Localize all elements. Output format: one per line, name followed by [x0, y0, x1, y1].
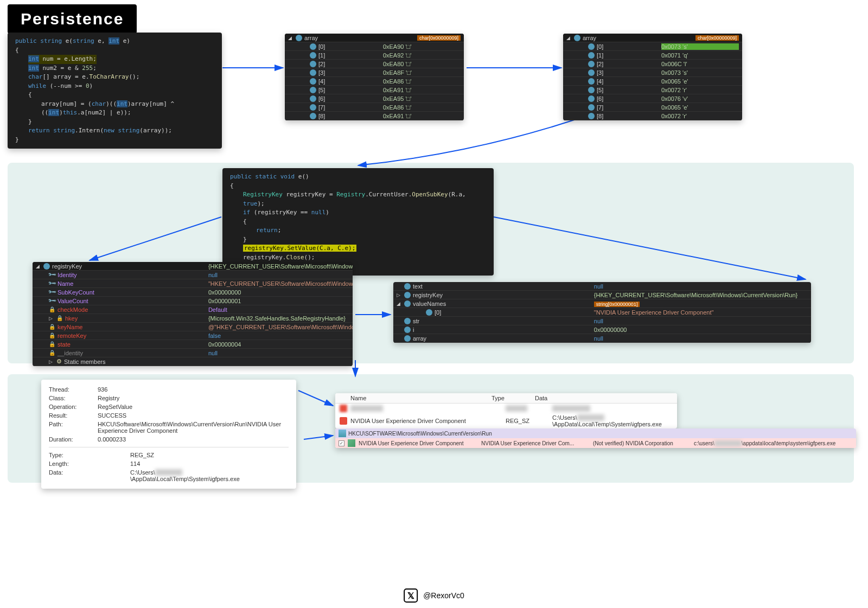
code-panel-decrypt: public string e(string e, int e) { int n… — [8, 33, 222, 149]
procmon-event: Thread:936 Class:Registry Operation:RegS… — [41, 380, 296, 489]
autoruns-view: HKCU\SOFTWARE\Microsoft\Windows\CurrentV… — [335, 428, 856, 448]
x-logo-icon: 𝕏 — [404, 588, 418, 603]
page-title: Persistence — [8, 4, 137, 34]
regedit-view: Name Type Data x x x NVIDIA User Experie… — [335, 393, 677, 428]
watch-array-encrypted: ◢arraychar[0x00000009] [0]0xEA90 '□'[1]0… — [285, 34, 464, 120]
footer-credit: 𝕏 @RexorVc0 — [404, 588, 464, 603]
watch-registrykey: ◢registryKey{HKEY_CURRENT_USER\Software\… — [33, 262, 353, 366]
autorun-entry-icon — [348, 439, 355, 447]
code-panel-registry: public static void e() { RegistryKey reg… — [222, 168, 494, 276]
watch-array-decrypted: ◢arraychar[0x00000009] [0]0x0073 's'[1]0… — [563, 34, 742, 120]
reg-string-icon — [340, 417, 347, 425]
registry-icon — [339, 430, 346, 437]
watch-valuenames: textnull▷registryKey{HKEY_CURRENT_USER\S… — [393, 282, 811, 343]
autorun-checkbox[interactable]: ✓ — [339, 440, 344, 446]
